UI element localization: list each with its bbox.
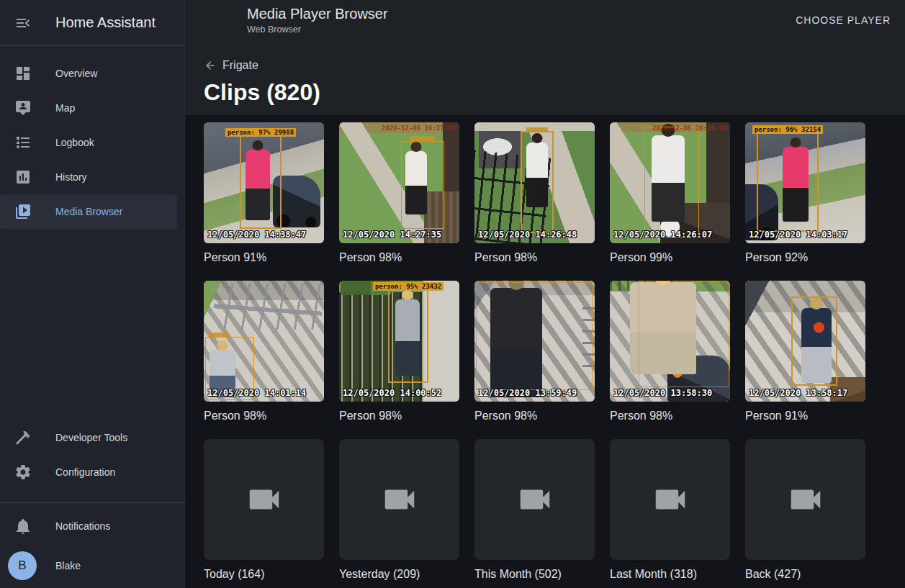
folder-card-back[interactable]: Back (427) xyxy=(745,439,865,582)
clip-timestamp: 12/05/2020 14:38:47 xyxy=(207,230,306,240)
camera-snapshot: person: 96% 32154 12/05/2020 14:03:17 xyxy=(745,122,865,243)
video-icon xyxy=(245,480,284,519)
clip-label: Person 98% xyxy=(474,250,595,265)
folder-tile xyxy=(204,439,324,560)
clip-card[interactable]: 2020-12-05 16:26:08 12/05/2020 14:26:07 … xyxy=(610,122,730,265)
clip-label: Person 98% xyxy=(204,409,324,423)
sidebar-item-map[interactable]: Map xyxy=(0,91,184,125)
sidebar-item-media-browser[interactable]: Media Browser xyxy=(0,194,177,229)
folder-tile xyxy=(474,439,595,560)
clip-timestamp: 12/05/2020 13:58:30 xyxy=(613,388,712,398)
clip-card[interactable]: 12/05/2020 13:59:49 Person 98% xyxy=(474,281,595,423)
detection-box xyxy=(476,282,593,390)
tooltip-account-icon xyxy=(14,99,32,117)
clip-card[interactable]: person: 95% 23432 12/05/2020 14:00:52 Pe… xyxy=(339,281,459,423)
video-icon xyxy=(380,480,419,519)
detection-box xyxy=(644,127,699,238)
clip-label: Person 98% xyxy=(474,409,595,423)
corner-timestamp: 2020-12-05 16:26:08 xyxy=(652,125,726,132)
sidebar-divider xyxy=(0,502,184,503)
folders-grid: Today (164) Yesterday (209) This Month (… xyxy=(204,439,886,588)
video-icon xyxy=(651,480,690,519)
sidebar-item-label: Configuration xyxy=(55,466,115,478)
clip-thumbnail: person: 96% 32154 12/05/2020 14:03:17 xyxy=(745,122,865,243)
folder-card-today[interactable]: Today (164) xyxy=(204,439,324,582)
clip-label: Person 98% xyxy=(339,409,459,423)
avatar: B xyxy=(8,551,37,580)
page-header-band: Media Player Browser Web Browser CHOOSE … xyxy=(185,0,905,115)
sidebar-item-label: Overview xyxy=(55,68,97,79)
app-bar: Media Player Browser Web Browser CHOOSE … xyxy=(185,0,905,46)
video-icon xyxy=(515,480,554,519)
view-title: Media Player Browser xyxy=(247,6,388,22)
clip-timestamp: 12/05/2020 14:00:52 xyxy=(343,388,441,398)
camera-snapshot: 2020-12-05 16:27:35 12/05/2020 14:27:35 xyxy=(339,122,459,243)
hammer-icon xyxy=(14,429,32,446)
camera-snapshot: 12/05/2020 13:58:17 xyxy=(745,281,865,402)
folder-label: Back (427) xyxy=(745,567,865,582)
detection-box: person: 95% 23432 xyxy=(388,289,428,383)
breadcrumb-back[interactable]: Frigate xyxy=(204,59,258,72)
sidebar-item-label: Media Browser xyxy=(55,206,122,217)
gear-icon xyxy=(14,463,32,481)
folder-card-this-month[interactable]: This Month (502) xyxy=(474,439,595,582)
clip-thumbnail: 12/05/2020 14:01:14 xyxy=(204,281,324,402)
clip-timestamp: 12/05/2020 13:59:49 xyxy=(478,388,577,398)
clip-label: Person 98% xyxy=(339,250,459,265)
sidebar-user[interactable]: B Blake xyxy=(0,543,184,588)
clip-thumbnail: 12/05/2020 14:26:48 xyxy=(474,122,595,243)
camera-snapshot: person: 97% 29988 12/05/2020 14:38:47 xyxy=(204,122,324,243)
view-header: Media Player Browser Web Browser xyxy=(247,6,388,35)
sidebar-item-history[interactable]: History xyxy=(0,160,184,194)
detection-box xyxy=(401,141,444,229)
choose-player-button[interactable]: CHOOSE PLAYER xyxy=(796,14,891,26)
sidebar-header: Home Assistant xyxy=(0,0,184,46)
bell-icon xyxy=(14,517,32,535)
clip-thumbnail: 12/05/2020 13:58:30 xyxy=(610,281,730,402)
clip-timestamp: 12/05/2020 14:27:35 xyxy=(343,230,441,240)
main-content: Media Player Browser Web Browser CHOOSE … xyxy=(185,0,905,588)
detection-box: person: 96% 32154 xyxy=(757,132,819,232)
detection-box xyxy=(521,131,554,233)
detection-box xyxy=(639,281,729,387)
clip-card[interactable]: 12/05/2020 14:26:48 Person 98% xyxy=(474,122,595,265)
clip-timestamp: 12/05/2020 13:58:17 xyxy=(749,388,847,398)
clip-timestamp: 12/05/2020 14:03:17 xyxy=(749,230,847,240)
sidebar-item-developer-tools[interactable]: Developer Tools xyxy=(0,420,184,455)
clip-timestamp: 12/05/2020 14:26:07 xyxy=(613,230,712,240)
camera-snapshot: 2020-12-05 16:26:08 12/05/2020 14:26:07 xyxy=(610,122,730,243)
clip-label: Person 98% xyxy=(610,409,730,423)
sidebar-nav: Overview Map Logbook History Media Brows… xyxy=(0,46,184,229)
clip-card[interactable]: 12/05/2020 14:01:14 Person 98% xyxy=(204,281,324,423)
detection-box xyxy=(791,297,837,386)
camera-snapshot: 12/05/2020 13:58:30 xyxy=(610,281,730,402)
clip-timestamp: 12/05/2020 14:01:14 xyxy=(207,388,306,398)
sidebar-item-notifications[interactable]: Notifications xyxy=(0,509,184,543)
folder-label: Today (164) xyxy=(204,567,324,582)
clip-timestamp: 12/05/2020 14:26:48 xyxy=(478,230,577,240)
menu-open-icon[interactable] xyxy=(14,14,32,32)
folder-tile xyxy=(610,439,730,560)
detection-label: person: 96% 32154 xyxy=(752,125,823,134)
sidebar-item-overview[interactable]: Overview xyxy=(0,56,184,91)
sidebar-item-configuration[interactable]: Configuration xyxy=(0,455,184,489)
folder-tile xyxy=(745,439,865,560)
clip-thumbnail: 12/05/2020 13:59:49 xyxy=(474,281,595,402)
clip-thumbnail: 2020-12-05 16:27:35 12/05/2020 14:27:35 xyxy=(339,122,459,243)
sidebar-item-logbook[interactable]: Logbook xyxy=(0,125,184,160)
chart-box-icon xyxy=(14,168,32,186)
arrow-left-icon xyxy=(204,59,217,72)
folder-card-yesterday[interactable]: Yesterday (209) xyxy=(339,439,459,582)
folder-card-last-month[interactable]: Last Month (318) xyxy=(610,439,730,582)
page-title: Clips (820) xyxy=(204,79,886,106)
clip-card[interactable]: 12/05/2020 13:58:17 Person 91% xyxy=(745,281,865,423)
clip-label: Person 91% xyxy=(745,409,865,423)
sidebar-item-label: History xyxy=(55,171,87,183)
clip-card[interactable]: 2020-12-05 16:27:35 12/05/2020 14:27:35 … xyxy=(339,122,459,265)
clip-card[interactable]: person: 97% 29988 12/05/2020 14:38:47 Pe… xyxy=(204,122,324,265)
clip-thumbnail: person: 97% 29988 12/05/2020 14:38:47 xyxy=(204,122,324,243)
folder-label: Last Month (318) xyxy=(610,567,730,582)
camera-snapshot: 12/05/2020 13:59:49 xyxy=(474,281,595,402)
clip-card[interactable]: person: 96% 32154 12/05/2020 14:03:17 Pe… xyxy=(745,122,865,265)
clip-card[interactable]: 12/05/2020 13:58:30 Person 98% xyxy=(610,281,730,423)
